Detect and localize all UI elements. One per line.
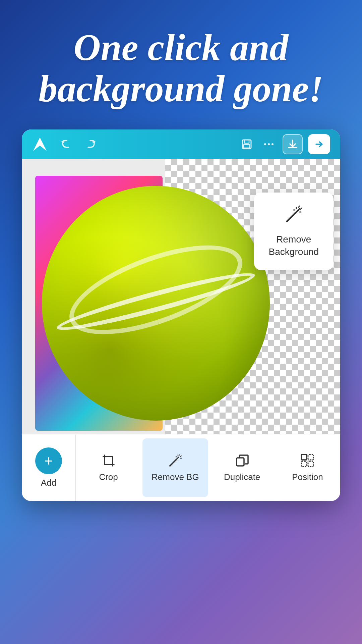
svg-point-6 (272, 143, 274, 145)
svg-point-4 (264, 143, 266, 145)
svg-point-5 (268, 143, 270, 145)
svg-line-14 (170, 459, 177, 466)
add-button[interactable]: + Add (22, 434, 76, 501)
position-tool[interactable]: Position (275, 434, 340, 501)
svg-rect-23 (308, 454, 313, 460)
svg-rect-24 (301, 461, 307, 467)
duplicate-tool[interactable]: Duplicate (209, 434, 275, 501)
svg-line-12 (298, 206, 300, 207)
app-logo-icon (32, 136, 48, 152)
crop-tool[interactable]: Crop (76, 434, 141, 501)
svg-marker-0 (33, 138, 47, 151)
toolbar-left (32, 136, 99, 152)
redo-button[interactable] (83, 137, 99, 152)
svg-rect-21 (237, 458, 244, 466)
crop-label: Crop (99, 472, 118, 482)
position-icon (300, 453, 315, 468)
tennis-ball (42, 186, 270, 421)
svg-line-15 (177, 457, 179, 459)
send-button[interactable] (308, 134, 330, 154)
svg-rect-3 (244, 145, 250, 148)
hero-section: One click and background gone! (0, 0, 362, 123)
canvas-area: Remove Background (22, 159, 340, 434)
svg-rect-25 (308, 461, 313, 467)
remove-bg-tool[interactable]: Remove BG (142, 438, 208, 497)
save-button[interactable] (238, 136, 255, 153)
magic-wand-icon (284, 205, 304, 229)
remove-bg-label: Remove Background (269, 233, 319, 258)
undo-button[interactable] (58, 137, 73, 152)
remove-bg-icon (168, 453, 183, 468)
bottom-toolbar: + Add Crop (22, 434, 340, 501)
position-label: Position (292, 472, 323, 482)
svg-line-20 (180, 456, 181, 457)
add-circle-icon: + (35, 447, 62, 474)
svg-rect-22 (301, 454, 307, 460)
app-window: Remove Background + Add Crop (22, 129, 340, 501)
svg-line-19 (179, 454, 180, 455)
app-toolbar (22, 129, 340, 159)
remove-bg-label-bottom: Remove BG (152, 472, 199, 482)
svg-line-7 (287, 213, 296, 221)
more-button[interactable] (260, 136, 277, 153)
duplicate-icon (235, 453, 249, 468)
hero-title: One click and background gone! (20, 27, 342, 109)
duplicate-label: Duplicate (224, 472, 260, 482)
svg-line-13 (300, 208, 302, 209)
add-label: Add (41, 478, 56, 488)
tools-container: Crop Remove BG (76, 434, 340, 501)
toolbar-right (238, 134, 330, 154)
context-menu[interactable]: Remove Background (254, 193, 334, 270)
download-button[interactable] (283, 134, 303, 154)
crop-icon (101, 453, 116, 468)
